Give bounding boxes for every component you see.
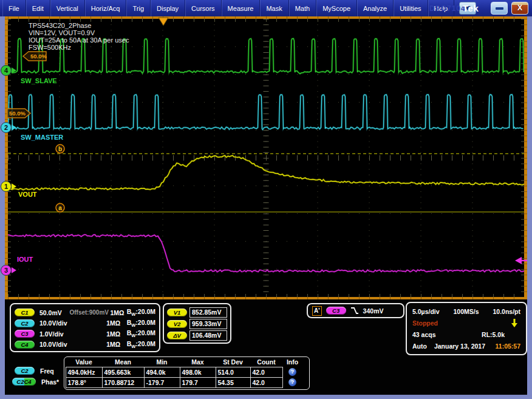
col-header-value: Value xyxy=(66,358,102,367)
menu-item-vertical[interactable]: Vertical xyxy=(50,0,85,16)
measurements-header-row: Value Mean Min Max St Dev Count Info xyxy=(66,358,308,367)
menu-item-myscope[interactable]: MyScope xyxy=(316,0,357,16)
svg-text:a: a xyxy=(58,205,62,211)
phase-count: 42.0 xyxy=(250,377,283,388)
c3-impedance: 1MΩ xyxy=(106,330,126,338)
measurement-name-phase: Phas* xyxy=(41,378,59,386)
label-vout: VOUT xyxy=(18,191,37,198)
minimize-button[interactable] xyxy=(491,2,508,15)
trigger-mode-label: A' xyxy=(312,306,322,316)
table-row-phase: 178.8° 170.88712 -179.7 179.7 54.35 42.0… xyxy=(66,377,308,387)
freq-max: 498.0k xyxy=(180,367,216,378)
close-button[interactable]: X xyxy=(511,2,528,15)
trigger-readout-panel: A' C3 340mV xyxy=(307,303,404,318)
svg-text:50.0%: 50.0% xyxy=(9,110,26,117)
timebase-value: 5.0µs/div xyxy=(412,308,440,315)
menu-item-utilities[interactable]: Utilities xyxy=(394,0,428,16)
resolution-value: 10.0ns/pt xyxy=(493,308,520,315)
phase-max: 179.7 xyxy=(180,377,216,388)
menu-item-horiz-acq[interactable]: Horiz/Acq xyxy=(85,0,127,16)
date-value: January 13, 2017 xyxy=(434,343,485,350)
channel-row-c1: C1 50.0mV Offset:900mV 1MΩ BW:20.0M xyxy=(15,307,155,318)
svg-text:b: b xyxy=(58,146,62,152)
acq-state-row: Stopped xyxy=(412,317,520,329)
readout-area: C1 50.0mV Offset:900mV 1MΩ BW:20.0M C2 1… xyxy=(5,299,527,395)
cursor-v1-value: 852.85mV xyxy=(189,307,227,318)
svg-text:1: 1 xyxy=(4,183,8,190)
measurement-row-label-phase: C2C4 Phas* xyxy=(12,378,59,386)
menu-item-mask[interactable]: Mask xyxy=(260,0,288,16)
c3-scale: 1.0V/div xyxy=(35,330,77,338)
acquisition-count: 43 acqs xyxy=(412,331,436,338)
scope-display[interactable]: SW_SLAVESW_MASTERVOUTIOUTba421350.0%50.0… xyxy=(0,16,532,299)
menu-item-math[interactable]: Math xyxy=(289,0,316,16)
badge-c2c4: C2C4 xyxy=(12,378,36,386)
menu-item-file[interactable]: File xyxy=(2,0,26,16)
c1-impedance: 1MΩ xyxy=(111,309,127,316)
menu-item-edit[interactable]: Edit xyxy=(26,0,50,16)
acq-datetime-row: Auto January 13, 2017 11:05:57 xyxy=(412,340,520,352)
falling-edge-icon xyxy=(350,306,359,315)
trigger-level-value: 340mV xyxy=(363,307,384,315)
col-header-info: Info xyxy=(282,358,302,367)
c2-bandwidth: BW:20.0M xyxy=(127,319,155,328)
svg-text:4: 4 xyxy=(4,67,9,74)
annotation-line-1: TPS543C20_2Phase xyxy=(29,22,91,29)
badge-c3[interactable]: C3 xyxy=(15,330,35,338)
instrument-model-label: DPO7104 xyxy=(429,4,466,13)
menu-item-cursors[interactable]: Cursors xyxy=(185,0,222,16)
phase-value: 178.8° xyxy=(66,377,103,388)
channel-row-c3: C3 1.0V/div 1MΩ BW:20.0M xyxy=(15,329,155,339)
channel-settings-panel: C1 50.0mV Offset:900mV 1MΩ BW:20.0M C2 1… xyxy=(10,303,160,352)
measurement-row-label-freq: C2 Freq xyxy=(15,367,54,375)
badge-dv: ΔV xyxy=(167,332,187,339)
cursor-v1-row: V1 852.85mV xyxy=(167,307,227,318)
c4-impedance: 1MΩ xyxy=(106,341,126,348)
c1-bandwidth: BW:20.0M xyxy=(127,308,155,317)
phase-mean: 170.88712 xyxy=(102,377,145,388)
badge-c2[interactable]: C2 xyxy=(15,319,35,327)
c1-scale: 50.0mV xyxy=(35,309,69,316)
c4-bandwidth: BW:20.0M xyxy=(127,340,155,349)
badge-v1: V1 xyxy=(167,309,187,316)
cursor-dv-row: ΔV 106.48mV xyxy=(167,330,227,341)
trigger-mode-value: Auto xyxy=(412,343,427,350)
annotation-line-2: VIN=12V, VOUT=0.9V xyxy=(29,29,95,36)
badge-c4[interactable]: C4 xyxy=(15,341,35,349)
sample-rate-value: 100MS/s xyxy=(454,308,479,315)
badge-c1[interactable]: C1 xyxy=(15,309,35,316)
menu-item-trig[interactable]: Trig xyxy=(126,0,151,16)
cursor-b-handle[interactable]: b xyxy=(56,145,64,153)
col-header-min: Min xyxy=(144,358,180,367)
info-icon[interactable]: ? xyxy=(288,368,296,376)
info-icon[interactable]: ? xyxy=(288,378,296,386)
annotation-line-3: IOUT=25A to 50A at 30A per usec xyxy=(29,36,129,44)
cursor-dv-value: 106.48mV xyxy=(189,330,227,341)
menu-item-display[interactable]: Display xyxy=(151,0,185,16)
cursor-v2-row: V2 959.33mV xyxy=(167,318,227,330)
cursor-a-handle[interactable]: a xyxy=(56,203,64,212)
acquisition-state: Stopped xyxy=(412,319,438,327)
menu-items: FileEditVerticalHoriz/AcqTrigDisplayCurs… xyxy=(2,0,454,16)
label-iout: IOUT xyxy=(17,256,33,263)
ref-level-tag-1[interactable]: 50.0% xyxy=(23,52,47,61)
col-header-count: Count xyxy=(250,358,282,367)
measurements-table: C2 Freq C2C4 Phas* Value Mean Min Max St… xyxy=(12,356,316,394)
menu-bar: FileEditVerticalHoriz/AcqTrigDisplayCurs… xyxy=(0,0,532,16)
menu-item-analyze[interactable]: Analyze xyxy=(357,0,394,16)
ref-level-tag-2[interactable]: 50.0% xyxy=(7,109,30,118)
svg-text:3: 3 xyxy=(4,267,8,274)
c3-bandwidth: BW:20.0M xyxy=(127,329,155,338)
badge-trigger-source: C3 xyxy=(326,307,346,315)
time-value: 11:05:57 xyxy=(496,343,520,350)
phase-min: -179.7 xyxy=(144,377,180,388)
c1-offset: Offset:900mV xyxy=(69,309,110,316)
badge-v2: V2 xyxy=(167,320,187,328)
timebase-row: 5.0µs/div 100MS/s 10.0ns/pt xyxy=(412,305,520,317)
trigger-indicator-icon xyxy=(511,318,518,328)
col-header-stdev: St Dev xyxy=(216,358,250,367)
menu-item-measure[interactable]: Measure xyxy=(222,0,261,16)
channel-row-c4: C4 10.0V/div 1MΩ BW:20.0M xyxy=(15,339,155,350)
freq-stdev: 514.0 xyxy=(216,367,251,378)
record-length: RL:5.0k xyxy=(482,331,505,338)
